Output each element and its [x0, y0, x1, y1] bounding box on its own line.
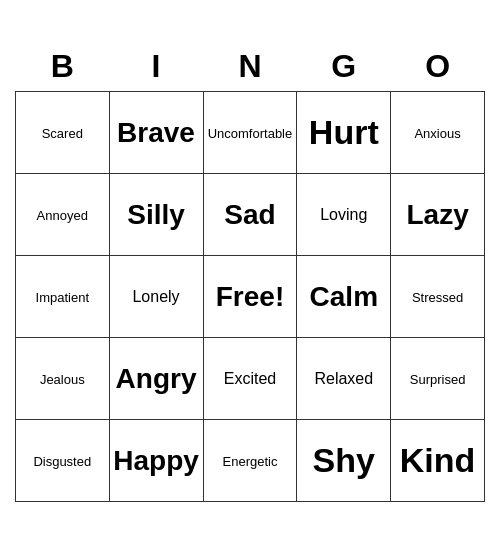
bingo-cell: Stressed	[391, 256, 485, 338]
cell-text: Lazy	[406, 199, 468, 230]
cell-text: Surprised	[410, 372, 466, 387]
bingo-header-letter: I	[109, 42, 203, 92]
bingo-cell: Annoyed	[16, 174, 110, 256]
cell-text: Angry	[116, 363, 197, 394]
cell-text: Calm	[310, 281, 378, 312]
bingo-header-letter: N	[203, 42, 297, 92]
bingo-cell: Lazy	[391, 174, 485, 256]
bingo-cell: Kind	[391, 420, 485, 502]
cell-text: Annoyed	[37, 208, 88, 223]
cell-text: Shy	[313, 441, 375, 479]
cell-text: Lonely	[132, 288, 179, 305]
cell-text: Anxious	[414, 126, 460, 141]
bingo-cell: Sad	[203, 174, 297, 256]
bingo-cell: Anxious	[391, 92, 485, 174]
bingo-cell: Angry	[109, 338, 203, 420]
cell-text: Scared	[42, 126, 83, 141]
cell-text: Brave	[117, 117, 195, 148]
bingo-header-letter: O	[391, 42, 485, 92]
cell-text: Excited	[224, 370, 276, 387]
bingo-cell: Energetic	[203, 420, 297, 502]
bingo-cell: Scared	[16, 92, 110, 174]
bingo-cell: Uncomfortable	[203, 92, 297, 174]
bingo-cell: Impatient	[16, 256, 110, 338]
bingo-cell: Relaxed	[297, 338, 391, 420]
cell-text: Happy	[113, 445, 199, 476]
cell-text: Sad	[224, 199, 275, 230]
bingo-cell: Jealous	[16, 338, 110, 420]
cell-text: Free!	[216, 281, 284, 312]
cell-text: Energetic	[223, 454, 278, 469]
bingo-cell: Shy	[297, 420, 391, 502]
bingo-card: BINGO ScaredBraveUncomfortableHurtAnxiou…	[15, 42, 485, 503]
cell-text: Relaxed	[314, 370, 373, 387]
cell-text: Kind	[400, 441, 476, 479]
bingo-cell: Free!	[203, 256, 297, 338]
cell-text: Stressed	[412, 290, 463, 305]
cell-text: Disgusted	[33, 454, 91, 469]
cell-text: Hurt	[309, 113, 379, 151]
bingo-cell: Brave	[109, 92, 203, 174]
bingo-header-letter: B	[16, 42, 110, 92]
bingo-cell: Excited	[203, 338, 297, 420]
cell-text: Loving	[320, 206, 367, 223]
bingo-header-letter: G	[297, 42, 391, 92]
cell-text: Impatient	[36, 290, 89, 305]
bingo-cell: Calm	[297, 256, 391, 338]
cell-text: Silly	[127, 199, 185, 230]
bingo-cell: Disgusted	[16, 420, 110, 502]
bingo-cell: Silly	[109, 174, 203, 256]
bingo-cell: Hurt	[297, 92, 391, 174]
cell-text: Jealous	[40, 372, 85, 387]
bingo-cell: Happy	[109, 420, 203, 502]
bingo-cell: Loving	[297, 174, 391, 256]
bingo-cell: Lonely	[109, 256, 203, 338]
cell-text: Uncomfortable	[208, 126, 293, 141]
bingo-cell: Surprised	[391, 338, 485, 420]
